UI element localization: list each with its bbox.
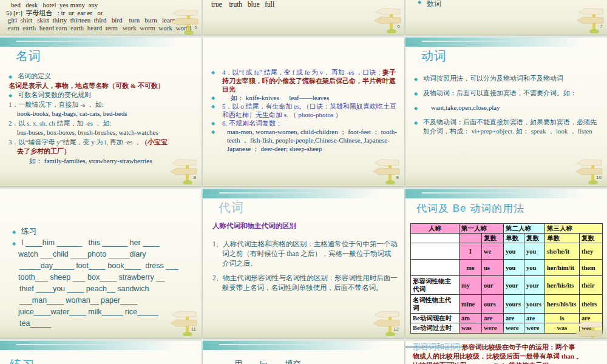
slide-line: 3．以“辅音字母 y”结尾，变 y 为 i, 再加 -es ，（小宝宝 — [8, 138, 197, 147]
slide-line: ___man____ woman__ paper____ — [12, 295, 195, 306]
table-cell: yours — [524, 295, 545, 314]
table-cell: was — [459, 323, 482, 333]
slide-line: 名词是表示人，事物，地点等名称（可数 & 不可数） — [8, 81, 197, 91]
slide-line: want,take,open,close,play — [414, 103, 601, 112]
slide-10-verbs[interactable]: 动词 动词按照用法，可以分为及物动词和不及物动词 及物动词：后面可以直接加宾语，… — [405, 38, 607, 186]
table-cell: my — [459, 276, 482, 295]
table-cell: them — [580, 260, 603, 276]
slide-number: 7 — [600, 24, 603, 29]
slide-13-pronoun-be-table[interactable]: 代词及 Be 动词的用法 人称 第一人称 第二人称 第三人称 复数 单数 复数 … — [405, 189, 607, 338]
slide-number: 9 — [396, 175, 399, 180]
slide-line: bus-buses, box-boxes, brush-brushes, wat… — [8, 128, 197, 138]
slide-line: tea_____ — [12, 318, 195, 329]
slide-line: 比较级前面可以用 more，a little 等修饰表示程 — [413, 361, 602, 364]
table-cell: was — [545, 323, 580, 333]
slide-sorter-page: { "colors": { "title_blue": "#41a5d5", "… — [0, 0, 607, 364]
slide-line: 如： family-families, strawberry-strawberr… — [8, 157, 197, 166]
signpost-icon: 8 — [170, 157, 198, 184]
slide-line: 1、人称代词主格和宾格的区别：主格通常位于句中第一个动词之前（有时候位于 tha… — [212, 239, 398, 268]
table-cell: hers/his/its — [545, 295, 580, 314]
slide-line: 名词的定义 — [8, 72, 197, 81]
table-cell: your — [524, 276, 545, 295]
slide-number: 10 — [596, 175, 602, 180]
slide-line: 用 ____be____ 填空 — [234, 359, 301, 364]
table-cell: us — [482, 260, 504, 276]
table-cell: your — [504, 276, 524, 295]
slide-line: 可数名词复数的变化规则 — [8, 90, 197, 100]
slide-line: 6. 不规则名词复数： — [206, 119, 401, 127]
slide-7[interactable]: 数词 7 — [405, 0, 607, 35]
table-cell: theirs — [580, 295, 603, 314]
table-cell: me — [459, 260, 482, 276]
slide-title: 代词及 Be 动词的用法 — [416, 201, 524, 215]
slide-line: 及物动词：后面可以直接加宾语，不需要介词。如： — [414, 89, 601, 98]
slide-number: 5 — [195, 25, 197, 30]
slide-9-nouns-cont[interactable]: 4．以“f 或 fe” 结尾，变 f 或 fe 为 v， 再加 -es ，口诀：… — [203, 38, 404, 186]
slide-line: tooth___ sheep ___ box____ strawberry __ — [12, 272, 195, 283]
table-cell: am — [459, 314, 482, 323]
slide-line: man-men, woman-women, child-children ； f… — [206, 127, 401, 153]
table-cell: we — [482, 243, 504, 260]
signpost-icon: 9 — [373, 157, 401, 184]
table-cell: 单数 — [545, 234, 580, 243]
signpost-icon: 5 — [171, 7, 199, 35]
table-cell: you — [524, 243, 545, 260]
slide-6[interactable]: true truth blue full 6 — [203, 0, 404, 35]
slide-14-practice[interactable]: 练习 — [0, 341, 202, 364]
table-header-cell: 第一人称 — [459, 224, 504, 234]
table-cell: were — [482, 323, 504, 333]
slide-line: 5) [ɛ:] 字母组合 : ir ur ear er or — [6, 9, 191, 17]
signpost-icon: 6 — [374, 5, 402, 33]
table-row-label: 名词性物主代词 — [411, 295, 459, 314]
slide-top-band — [405, 189, 607, 198]
slide-5[interactable]: bed desk hotel yes many any 5) [ɛ:] 字母组合… — [0, 0, 202, 35]
slide-title: 名词 — [16, 48, 41, 64]
table-cell: 复数 — [482, 234, 504, 243]
slide-number: 11 — [191, 326, 196, 332]
table-cell — [411, 234, 459, 243]
slide-top-band — [203, 341, 404, 350]
slide-line: bed desk hotel yes many any — [6, 1, 191, 9]
table-cell: she/he/it — [545, 243, 580, 260]
slide-15-fill-in[interactable]: 用 ____be____ 填空 — [203, 341, 404, 364]
signpost-icon: 11 — [170, 308, 198, 336]
slide-line: 2、物主代词形容词性与名词性的区别：形容词性用时后面一般要带上名词，名词性则单独… — [212, 273, 398, 292]
slide-11-practice[interactable]: 练习 I ____him ______ this ______ her ____… — [0, 189, 202, 338]
table-cell: you — [504, 260, 524, 276]
table-cell: 复数 — [524, 234, 545, 243]
table-cell: her/him/it — [545, 260, 580, 276]
table-cell — [459, 234, 482, 243]
slide-line: girl shirt skirt thirty thirteen third b… — [6, 16, 191, 24]
signpost-icon: 12 — [373, 308, 401, 336]
signpost-icon — [575, 318, 603, 338]
table-cell: are — [482, 314, 504, 323]
slide-16-adjectives-adverbs[interactable]: 形容词和副词 形容词比较级在句子中的运用：两个事 物或人的比较用比较级，比较级后… — [405, 341, 607, 364]
slide-12-pronouns[interactable]: 代词 人称代词和物主代词的区别 1、人称代词主格和宾格的区别：主格通常位于句中第… — [203, 189, 404, 338]
signpost-icon: 7 — [577, 5, 605, 33]
table-cell: are — [524, 314, 545, 323]
table-cell: you — [524, 260, 545, 276]
slide-line: 2．以 s. x. sh. ch 结尾，加 -es ， 如: — [8, 119, 197, 129]
slide-8-nouns[interactable]: 名词 名词的定义 名词是表示人，事物，地点等名称（可数 & 不可数） 可数名词复… — [0, 38, 202, 186]
slide-line: true truth blue full — [211, 1, 274, 8]
table-header-cell: 人称 — [411, 224, 459, 234]
table-row-label: Be动词过去时 — [411, 323, 459, 333]
table-header-cell: 第二人称 — [504, 224, 545, 234]
table-cell: her/his/its — [545, 276, 580, 295]
slide-number: 6 — [398, 24, 400, 29]
slide-title: 练习 — [10, 357, 35, 364]
table-cell: mine — [459, 295, 482, 314]
table-cell: I — [459, 243, 482, 260]
slide-top-band — [405, 38, 607, 47]
table-cell: are — [504, 314, 524, 323]
table-cell: ours — [482, 295, 504, 314]
slide-line: juice____water____ milk_____ rice_____ — [12, 306, 195, 318]
slide-line: 不及物动词：后面不能直接加宾语，如果要加宾语，必须先加介词，构成： vi+pre… — [414, 118, 601, 136]
table-cell: yours — [504, 295, 524, 314]
slide-line: I ____him ______ this ______ her ____ — [12, 237, 195, 249]
slide-number: 12 — [393, 326, 399, 332]
table-cell: is — [545, 314, 580, 323]
slide-line: 5．以 o 结尾，有生命加 es, （口诀：英雄和黑奴喜欢吃土豆 和西红柿）无生… — [206, 102, 401, 119]
slide-title: 代词 — [219, 200, 244, 216]
slide-line: earn earth heard earn earth heard term w… — [6, 24, 191, 32]
